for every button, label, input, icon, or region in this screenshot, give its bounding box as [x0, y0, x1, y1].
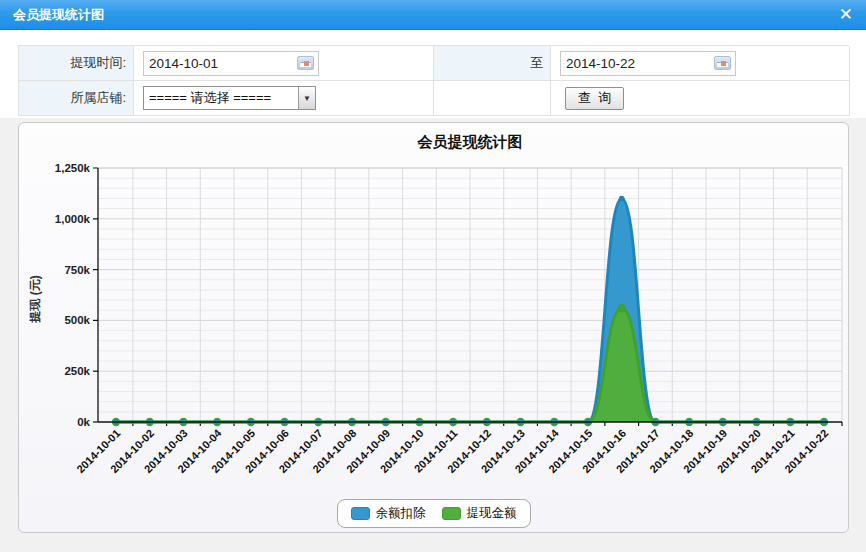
dialog-titlebar: 会员提现统计图 ✕	[0, 0, 866, 30]
svg-text:提现 (元): 提现 (元)	[28, 275, 42, 323]
chart-panel: 0k250k500k750k1,000k1,250k2014-10-012014…	[18, 122, 849, 533]
date-from-input[interactable]: 2014-10-01	[143, 51, 319, 76]
chart-section: 0k250k500k750k1,000k1,250k2014-10-012014…	[0, 118, 866, 552]
svg-text:1,000k: 1,000k	[55, 213, 91, 225]
query-button[interactable]: 查 询	[565, 87, 624, 110]
empty-cell	[434, 81, 551, 116]
date-from-value[interactable]: 2014-10-01	[144, 56, 297, 71]
shop-select-value[interactable]: ===== 请选择 =====	[144, 87, 298, 109]
shop-select-cell: ===== 请选择 ===== ▼	[134, 81, 434, 116]
svg-text:1,250k: 1,250k	[55, 162, 91, 174]
svg-text:250k: 250k	[64, 365, 90, 377]
date-from-cell: 2014-10-01	[134, 46, 434, 81]
chevron-down-icon[interactable]: ▼	[298, 87, 315, 109]
legend-item-balance-deduct[interactable]: 余额扣除	[351, 505, 426, 522]
dialog-title: 会员提现统计图	[13, 6, 104, 24]
withdraw-time-label: 提现时间:	[19, 46, 134, 81]
svg-text:750k: 750k	[64, 264, 90, 276]
date-to-input[interactable]: 2014-10-22	[560, 51, 736, 76]
shop-select[interactable]: ===== 请选择 ===== ▼	[143, 86, 316, 110]
date-to-cell: 2014-10-22	[551, 46, 850, 81]
shop-label: 所属店铺:	[19, 81, 134, 116]
legend-item-withdraw-amount[interactable]: 提现金额	[442, 505, 517, 522]
query-form-table: 提现时间: 2014-10-01 至 2014-10-22 所属店铺: ====…	[18, 45, 849, 116]
svg-text:会员提现统计图: 会员提现统计图	[417, 133, 523, 150]
query-button-cell: 查 询	[551, 81, 850, 116]
withdraw-stats-chart: 0k250k500k750k1,000k1,250k2014-10-012014…	[19, 123, 849, 498]
query-form: 提现时间: 2014-10-01 至 2014-10-22 所属店铺: ====…	[0, 30, 866, 118]
close-icon[interactable]: ✕	[839, 6, 853, 23]
legend-label: 余额扣除	[376, 505, 426, 522]
chart-legend: 余额扣除 提现金额	[337, 499, 531, 528]
date-to-value[interactable]: 2014-10-22	[561, 56, 714, 71]
date-to-label: 至	[434, 46, 551, 81]
legend-swatch-blue	[351, 507, 370, 520]
svg-text:0k: 0k	[77, 416, 90, 428]
legend-label: 提现金额	[467, 505, 517, 522]
svg-text:500k: 500k	[64, 314, 90, 326]
legend-swatch-green	[442, 507, 461, 520]
calendar-icon[interactable]	[297, 56, 314, 70]
member-withdraw-stats-dialog: 会员提现统计图 ✕ 提现时间: 2014-10-01 至 2014-10-22 …	[0, 0, 866, 552]
calendar-icon[interactable]	[714, 56, 731, 70]
